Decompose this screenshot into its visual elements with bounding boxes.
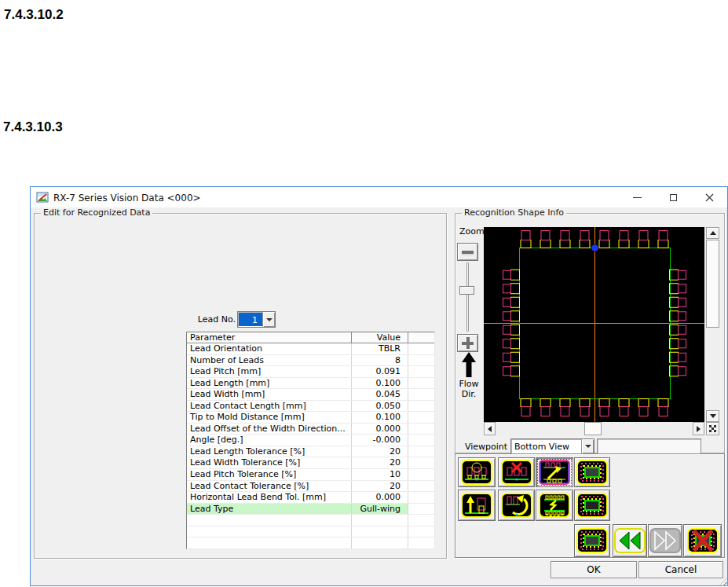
delete-shape-icon [687,528,719,553]
table-row[interactable]: Lead TypeGull-wing [187,504,434,515]
extra-cell [408,492,434,503]
param-cell: Lead Length [mm] [187,378,352,389]
chip-package-button-3[interactable] [574,524,610,557]
flow-label-line2: Dir. [455,389,482,399]
plus-icon [462,337,474,349]
lead-move-button[interactable] [536,457,573,487]
extra-cell [408,355,434,366]
lead-no-combobox[interactable]: 1 [237,311,276,328]
zoom-in-button[interactable] [457,334,478,352]
arrow-right-icon [697,426,701,432]
table-row[interactable]: Lead Length [mm]0.100 [187,378,434,390]
table-row[interactable]: Lead Pitch [mm]0.091 [187,366,434,378]
viewpoint-combobox[interactable]: Bottom View [510,438,594,454]
scroll-left-button[interactable] [484,422,496,435]
viewpoint-dropdown-button[interactable] [581,439,594,453]
lead-rotate-icon [501,493,532,518]
scroll-down-button[interactable] [706,410,719,422]
horizontal-scroll-thumb[interactable] [584,422,602,435]
zoom-slider-track[interactable] [466,262,469,332]
chevron-down-icon [266,318,273,321]
table-header: Parameter Value [187,332,434,343]
shape-preview-canvas[interactable] [484,227,704,422]
param-cell: Horizontal Lead Bend Tol. [mm] [187,492,352,503]
param-cell: Lead Width [mm] [187,389,352,400]
group-title: Recognition Shape Info [462,207,566,218]
table-row[interactable] [187,537,434,549]
table-row[interactable]: Lead Width Tolerance [%]20 [187,457,434,469]
minimize-button[interactable] [619,187,655,207]
checker-icon [709,425,716,432]
zoom-slider-thumb[interactable] [459,286,474,295]
column-header-extra [408,332,434,343]
history-back-icon [614,528,646,553]
horizontal-scrollbar[interactable] [484,422,704,435]
param-cell [187,515,352,526]
table-row[interactable]: Lead Offset of the Width Direction...0.0… [187,424,434,435]
lead-height-button[interactable] [458,490,496,521]
parameter-table: Parameter Value Lead OrientationTBLRNumb… [186,332,435,549]
chip-package-icon [576,528,608,553]
extra-cell [408,446,434,457]
lead-auto-detect-button[interactable] [536,490,573,521]
table-row[interactable]: Horizontal Lead Bend Tol. [mm]0.000 [187,492,434,504]
param-cell: Lead Pitch Tolerance [%] [187,469,352,480]
cancel-button[interactable]: Cancel [638,561,723,578]
chip-package-icon [576,493,608,518]
ok-button[interactable]: OK [551,561,637,578]
parameter-table-body: Lead OrientationTBLRNumber of Leads8Lead… [187,343,434,549]
param-cell: Lead Orientation [187,343,352,354]
scroll-right-button[interactable] [693,422,704,435]
table-row[interactable] [187,526,434,538]
lead-rotate-button[interactable] [498,490,535,521]
extra-cell [408,435,434,446]
value-cell: 20 [352,457,408,468]
value-cell: 0.100 [352,378,408,389]
value-cell: 20 [352,446,408,457]
grid-toggle-button[interactable] [706,422,719,435]
table-row[interactable]: Lead Width [mm]0.045 [187,389,434,401]
table-row[interactable]: Lead Pitch Tolerance [%]10 [187,469,434,481]
edit-recognized-data-group: Edit for Recognized Data Lead No. 1 Para… [34,213,447,559]
value-cell: 0.045 [352,389,408,400]
close-button[interactable] [691,187,727,207]
shape-toolbar [455,453,725,558]
history-back-button[interactable] [613,524,647,557]
param-cell: Lead Width Tolerance [%] [187,457,352,468]
table-row[interactable]: Number of Leads8 [187,355,434,367]
table-row[interactable] [187,515,434,526]
zoom-label: Zoom [459,226,485,237]
value-cell: -0.000 [352,435,408,446]
column-header-parameter[interactable]: Parameter [187,332,352,343]
param-cell: Lead Contact Length [mm] [187,401,352,412]
chip-package-button-1[interactable] [574,457,610,487]
extra-cell [408,537,434,548]
chevron-down-icon [585,445,591,448]
delete-shape-button[interactable] [683,524,722,557]
vertical-scrollbar[interactable] [706,227,719,422]
table-row[interactable]: Tip to Mold Distance [mm]0.100 [187,412,434,424]
lead-no-dropdown-button[interactable] [262,312,275,327]
value-cell: TBLR [352,343,408,354]
maximize-button[interactable] [655,187,691,207]
maximize-icon [670,194,677,201]
group-title: Edit for Recognized Data [41,207,152,218]
vertical-scroll-thumb[interactable] [706,240,719,328]
lead-circle-teach-button[interactable] [458,457,496,487]
param-cell: Lead Type [187,504,352,515]
table-row[interactable]: Angle [deg.]-0.000 [187,435,434,446]
lead-delete-icon [501,460,532,485]
table-row[interactable]: Lead Contact Tolerance [%]20 [187,481,434,493]
table-row[interactable]: Lead Length Tolerance [%]20 [187,446,434,458]
table-row[interactable]: Lead OrientationTBLR [187,343,434,355]
table-row[interactable]: Lead Contact Length [mm]0.050 [187,401,434,413]
zoom-out-button[interactable] [457,243,478,261]
viewpoint-info-field [597,438,701,454]
chip-package-button-2[interactable] [574,490,610,521]
extra-cell [408,412,434,423]
column-header-value[interactable]: Value [352,332,408,343]
lead-delete-button[interactable] [498,457,535,487]
title-bar[interactable]: RX-7 Series Vision Data <000> [31,187,727,207]
scroll-up-button[interactable] [706,227,719,239]
value-cell: Gull-wing [352,504,408,515]
